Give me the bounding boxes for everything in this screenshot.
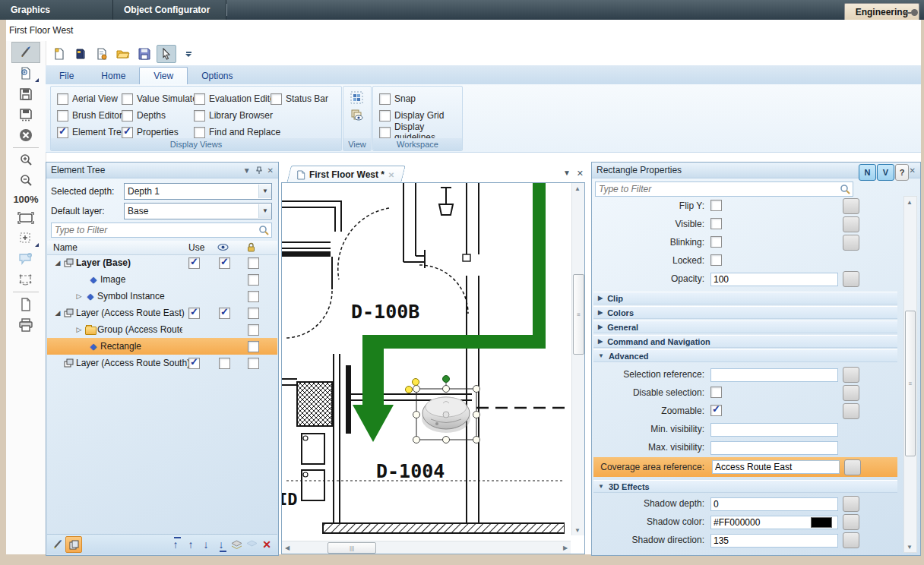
section-advanced[interactable]: ▼Advanced (593, 349, 897, 362)
save-as-icon[interactable] (11, 105, 40, 125)
edit-brush-icon[interactable] (50, 537, 65, 552)
tree-row-layer-access-route-east[interactable]: ◢ Layer (Access Route East) (47, 305, 277, 321)
move-to-top-icon[interactable]: ↑ (168, 537, 183, 552)
fit-view-icon[interactable] (11, 208, 40, 228)
lock-checkbox[interactable] (248, 274, 259, 286)
tree-row-image[interactable]: ◆ Image (47, 271, 277, 288)
lock-checkbox[interactable] (248, 257, 259, 269)
export-document-icon[interactable] (93, 46, 111, 62)
property-action-button[interactable] (843, 198, 859, 214)
move-down-icon[interactable]: ↓ (198, 537, 214, 552)
group-icon[interactable] (244, 537, 259, 552)
visible-checkbox[interactable] (219, 308, 230, 319)
zoom-out-icon[interactable] (11, 171, 40, 191)
move-up-icon[interactable]: ↑ (183, 537, 198, 552)
close-icon[interactable]: ✕ (577, 169, 584, 178)
import-library-icon[interactable] (71, 46, 90, 62)
hscroll-thumb[interactable]: ||| (328, 542, 376, 554)
checkbox-status-bar[interactable]: Status Bar (271, 93, 328, 105)
property-action-button[interactable] (843, 496, 859, 512)
brush-icon[interactable] (11, 42, 40, 63)
lock-checkbox[interactable] (248, 308, 259, 319)
checkbox-evaluation-editor[interactable]: Evaluation Editor (194, 93, 278, 105)
checkbox-aerial-view[interactable]: Aerial View (57, 93, 118, 105)
expander-expanded-icon[interactable]: ◢ (53, 259, 62, 267)
selected-depth-select[interactable]: Depth 1▼ (124, 183, 272, 200)
section-command-and-navigation[interactable]: ▶Command and Navigation (593, 335, 897, 348)
visible-checkbox[interactable] (219, 257, 230, 269)
visible-checkbox[interactable] (219, 358, 230, 369)
locked-checkbox[interactable] (710, 254, 722, 266)
checkbox-depths[interactable]: Depths (122, 109, 166, 122)
select-region-icon[interactable] (11, 270, 40, 289)
checkbox-element-tree[interactable]: Element Tree (57, 126, 126, 138)
lock-checkbox[interactable] (248, 291, 259, 302)
search-icon[interactable] (840, 184, 850, 194)
zoomable-checkbox[interactable] (710, 405, 722, 416)
rotation-pivot-handle[interactable] (443, 376, 450, 383)
expander-collapsed-icon[interactable]: ▷ (74, 292, 84, 300)
use-checkbox[interactable] (188, 257, 200, 269)
search-icon[interactable] (258, 225, 269, 235)
canvas-vscrollbar[interactable]: ▲ ≡ ▼ (571, 183, 584, 535)
paste-to-layer-icon[interactable] (65, 536, 82, 553)
delete-icon[interactable]: ✕ (259, 537, 274, 552)
property-action-button[interactable] (844, 459, 861, 475)
comment-icon[interactable] (11, 249, 40, 269)
property-action-button[interactable] (843, 367, 859, 383)
open-folder-icon[interactable] (114, 46, 132, 62)
disable-selection-checkbox[interactable] (710, 387, 722, 398)
property-action-button[interactable] (843, 514, 859, 530)
section-general[interactable]: ▶General (593, 320, 897, 333)
checkbox-snap[interactable]: Snap (379, 93, 416, 105)
color-swatch[interactable] (811, 517, 832, 528)
save-toolbar-icon[interactable] (135, 46, 153, 62)
help-button[interactable]: ? (895, 164, 909, 181)
properties-scrollbar[interactable]: ▲ ≡ ▼ (903, 196, 917, 553)
property-action-button[interactable] (843, 271, 859, 287)
zoom-level[interactable]: 100% (6, 194, 46, 205)
scroll-left-icon[interactable]: ◀ (282, 542, 293, 553)
tree-row-group-access-route-east[interactable]: ▷ Group (Access Route Ea (47, 321, 277, 338)
properties-scroll-thumb[interactable]: ≡ (905, 311, 916, 456)
min-visibility-input[interactable] (710, 423, 838, 437)
align-grid-icon[interactable] (11, 229, 40, 248)
scroll-up-icon[interactable]: ▲ (904, 197, 915, 207)
pin-icon[interactable] (256, 166, 262, 175)
property-action-button[interactable] (843, 235, 859, 251)
document-tab[interactable]: First Floor West * ✕ (289, 166, 403, 182)
new-document-icon[interactable] (50, 46, 68, 62)
shadow-depth-input[interactable] (710, 497, 838, 511)
lock-checkbox[interactable] (248, 341, 259, 352)
flip-y-checkbox[interactable] (710, 200, 722, 211)
shadow-direction-input[interactable] (710, 534, 838, 548)
checkbox-display-guidelines[interactable]: Display guidelines (379, 126, 462, 138)
save-icon[interactable] (11, 84, 40, 104)
tab-object-configurator[interactable]: Object Configurator (113, 0, 226, 20)
expander-expanded-icon[interactable]: ◢ (53, 309, 62, 317)
view-visibility-icon[interactable] (350, 109, 363, 122)
ribbon-tab-file[interactable]: File (46, 68, 87, 84)
scroll-up-icon[interactable]: ▲ (572, 183, 583, 194)
tree-row-rectangle[interactable]: ◆ Rectangle (47, 338, 277, 355)
lock-checkbox[interactable] (248, 358, 259, 369)
filter-name-button[interactable]: N (859, 164, 876, 181)
tab-close-icon[interactable]: ✕ (388, 171, 394, 179)
visible-checkbox[interactable] (710, 218, 722, 229)
ribbon-tab-home[interactable]: Home (87, 68, 139, 84)
checkbox-properties[interactable]: Properties (122, 126, 179, 138)
expander-collapsed-icon[interactable]: ▷ (74, 326, 84, 333)
checkbox-brush-editor[interactable]: Brush Editor (57, 109, 122, 122)
section-colors[interactable]: ▶Colors (593, 306, 897, 319)
property-action-button[interactable] (843, 532, 859, 548)
vscroll-thumb[interactable]: ≡ (573, 274, 584, 355)
origin-handle[interactable] (413, 379, 419, 386)
use-checkbox[interactable] (188, 358, 200, 369)
ribbon-tab-view[interactable]: View (139, 67, 188, 84)
checkbox-display-grid[interactable]: Display Grid (379, 109, 444, 122)
max-visibility-input[interactable] (710, 441, 838, 455)
smoke-detector-symbol[interactable] (422, 397, 470, 433)
page-setup-icon[interactable] (11, 295, 40, 314)
tree-row-layer-access-route-south[interactable]: Layer (Access Route South) (47, 355, 277, 371)
scroll-down-icon[interactable]: ▼ (572, 525, 583, 535)
